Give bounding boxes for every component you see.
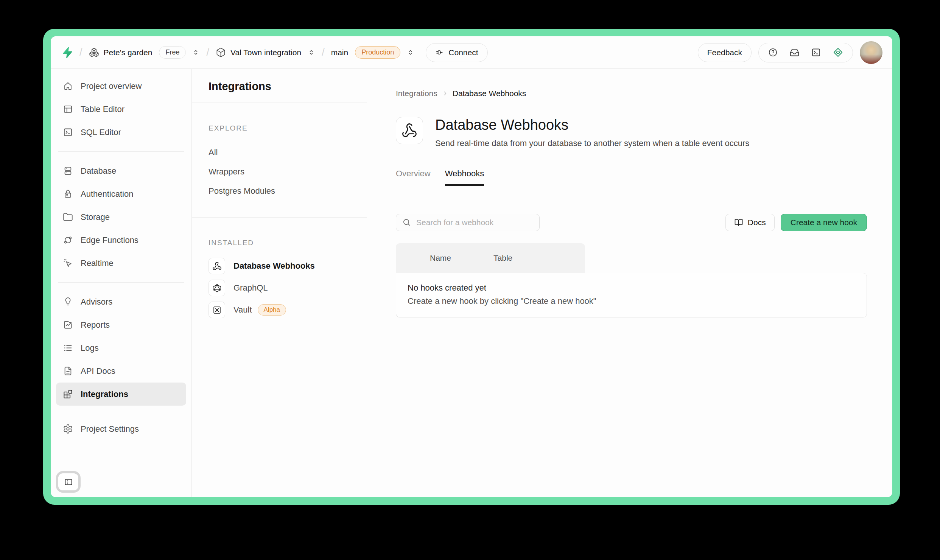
edge-functions-icon (63, 235, 73, 245)
feedback-button[interactable]: Feedback (698, 43, 752, 62)
sidebar-item-sql-editor[interactable]: SQL Editor (56, 121, 186, 144)
webhook-hero-icon (396, 117, 423, 144)
explore-item-postgres-modules[interactable]: Postgres Modules (209, 181, 350, 201)
webhook-search[interactable] (396, 214, 540, 231)
webhooks-table: Name Table No hooks created yet Create a… (396, 243, 867, 317)
header-utility-group (758, 43, 853, 62)
home-icon (63, 81, 73, 91)
search-icon (402, 218, 411, 227)
environment-badge: Production (355, 46, 400, 59)
tab-webhooks[interactable]: Webhooks (445, 169, 484, 186)
installed-item-graphql[interactable]: GraphQL (209, 277, 350, 299)
sidebar-collapse-button[interactable] (56, 471, 81, 493)
sidebar-item-edge-functions[interactable]: Edge Functions (56, 229, 186, 252)
supabase-logo-icon[interactable] (61, 47, 73, 58)
sidebar-item-advisors[interactable]: Advisors (56, 290, 186, 313)
alpha-badge: Alpha (258, 304, 286, 316)
webhook-icon (209, 258, 225, 274)
sidebar-item-integrations[interactable]: Integrations (56, 383, 186, 406)
file-text-icon (63, 366, 73, 376)
app-header: / Pete's garden Free / Val Town integrat… (51, 36, 892, 69)
sidebar-item-database[interactable]: Database (56, 159, 186, 182)
branch-breadcrumb[interactable]: main (331, 48, 349, 57)
branch-switcher-chevrons-icon[interactable] (406, 48, 414, 56)
book-open-icon (734, 218, 743, 227)
sidebar-item-table-editor[interactable]: Table Editor (56, 98, 186, 121)
connect-button[interactable]: Connect (426, 43, 487, 62)
sidebar-item-storage[interactable]: Storage (56, 205, 186, 229)
integrations-panel: Integrations EXPLORE All Wrappers Postgr… (192, 69, 367, 497)
breadcrumb-current: Database Webhooks (453, 89, 526, 98)
primary-sidebar: Project overview Table Editor SQL Editor… (51, 69, 192, 497)
page-title: Database Webhooks (435, 117, 749, 134)
column-header-table: Table (493, 254, 512, 263)
assistant-icon[interactable] (833, 47, 844, 58)
pointer-spark-icon (63, 258, 73, 268)
org-switcher-chevrons-icon[interactable] (192, 48, 200, 56)
table-header: Name Table (396, 243, 585, 273)
page-description: Send real-time data from your database t… (435, 138, 749, 148)
installed-section-label: INSTALLED (192, 239, 367, 247)
inbox-icon[interactable] (789, 47, 800, 58)
panel-title: Integrations (192, 69, 367, 103)
blocks-icon (63, 389, 73, 399)
lightbulb-icon (63, 297, 73, 307)
sidebar-item-authentication[interactable]: Authentication (56, 182, 186, 205)
vault-icon (209, 302, 225, 318)
breadcrumb: Integrations Database Webhooks (396, 89, 867, 98)
panel-left-icon (64, 478, 73, 487)
explore-section-label: EXPLORE (192, 124, 367, 132)
docs-button[interactable]: Docs (725, 214, 775, 231)
database-icon (63, 166, 73, 176)
plan-badge: Free (159, 46, 186, 59)
explore-item-wrappers[interactable]: Wrappers (209, 162, 350, 181)
breadcrumb-separator: / (322, 47, 325, 58)
plug-icon (435, 48, 444, 57)
sidebar-item-api-docs[interactable]: API Docs (56, 359, 186, 383)
table-empty-state: No hooks created yet Create a new hook b… (396, 273, 867, 317)
sidebar-item-project-settings[interactable]: Project Settings (56, 417, 186, 440)
graphql-icon (209, 280, 225, 296)
create-hook-button[interactable]: Create a new hook (781, 214, 867, 231)
explore-item-all[interactable]: All (209, 143, 350, 162)
organization-icon (89, 47, 99, 58)
project-icon (216, 47, 226, 58)
breadcrumb-integrations-link[interactable]: Integrations (396, 89, 437, 98)
table-icon (63, 104, 73, 114)
main-content: Integrations Database Webhooks Database … (367, 69, 892, 497)
lock-icon (63, 189, 73, 199)
gear-icon (63, 424, 73, 434)
terminal-square-icon (63, 127, 73, 137)
column-header-name: Name (430, 254, 451, 263)
help-icon[interactable] (768, 47, 778, 58)
sidebar-item-realtime[interactable]: Realtime (56, 252, 186, 275)
list-icon (63, 343, 73, 353)
installed-item-vault[interactable]: Vault Alpha (209, 299, 350, 321)
org-breadcrumb[interactable]: Pete's garden (104, 48, 153, 57)
search-input[interactable] (416, 218, 533, 227)
panel-divider (192, 103, 367, 103)
empty-state-title: No hooks created yet (408, 283, 855, 293)
sidebar-item-project-overview[interactable]: Project overview (56, 75, 186, 98)
sidebar-divider (58, 151, 184, 152)
breadcrumb-separator: / (206, 47, 209, 58)
terminal-icon[interactable] (811, 47, 821, 58)
tab-overview[interactable]: Overview (396, 169, 431, 186)
installed-item-database-webhooks[interactable]: Database Webhooks (209, 255, 350, 277)
chart-icon (63, 320, 73, 330)
project-breadcrumb[interactable]: Val Town integration (230, 48, 301, 57)
tab-bar: Overview Webhooks (367, 169, 892, 186)
app-window: / Pete's garden Free / Val Town integrat… (43, 29, 900, 505)
breadcrumb-separator: / (79, 47, 82, 58)
sidebar-divider (58, 282, 184, 283)
folder-icon (63, 212, 73, 222)
sidebar-item-logs[interactable]: Logs (56, 336, 186, 359)
user-avatar[interactable] (860, 41, 882, 64)
chevron-right-icon (441, 90, 449, 97)
project-switcher-chevrons-icon[interactable] (307, 48, 315, 56)
panel-divider (192, 217, 367, 218)
empty-state-subtitle: Create a new hook by clicking "Create a … (408, 296, 855, 306)
sidebar-item-reports[interactable]: Reports (56, 313, 186, 336)
